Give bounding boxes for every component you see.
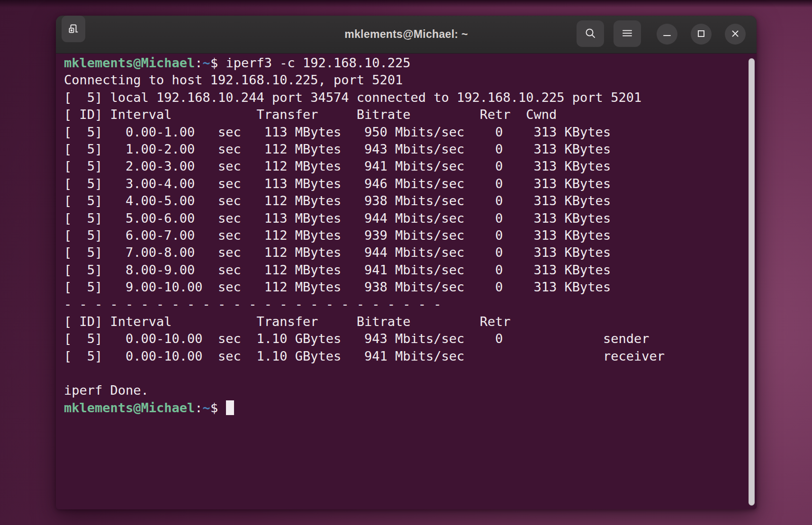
close-icon [730,28,741,41]
minimize-icon [661,28,673,41]
terminal-line: [ 5] 1.00-2.00 sec 112 MBytes 943 Mbits/… [64,141,747,158]
terminal-line: [ 5] 0.00-10.00 sec 1.10 GBytes 941 Mbit… [64,348,747,365]
terminal-line: mklements@Michael:~$ [64,399,747,416]
menu-button[interactable] [614,20,641,47]
terminal-line: [ 5] 8.00-9.00 sec 112 MBytes 941 Mbits/… [64,262,747,279]
terminal-line: iperf Done. [64,382,747,399]
terminal-line: [ 5] 2.00-3.00 sec 112 MBytes 941 Mbits/… [64,158,747,175]
terminal-line: [ 5] 4.00-5.00 sec 112 MBytes 938 Mbits/… [64,192,747,209]
new-tab-icon [66,21,81,37]
terminal-line: [ 5] 9.00-10.00 sec 112 MBytes 938 Mbits… [64,279,747,296]
terminal-line: [ ID] Interval Transfer Bitrate Retr Cwn… [64,106,747,123]
terminal-line: [ 5] local 192.168.10.244 port 34574 con… [64,89,747,106]
terminal-line [64,365,747,382]
terminal-line: [ 5] 0.00-1.00 sec 113 MBytes 950 Mbits/… [64,124,747,141]
search-button[interactable] [577,20,604,47]
new-tab-button[interactable] [62,16,85,42]
terminal-window: mklements@Michael: ~ [56,16,757,509]
maximize-button[interactable] [691,24,712,45]
text-cursor [226,400,234,415]
terminal-line: [ ID] Interval Transfer Bitrate Retr [64,313,747,330]
terminal-line: - - - - - - - - - - - - - - - - - - - - … [64,296,747,313]
wallpaper-top-shade [0,0,812,8]
maximize-icon [695,28,707,41]
terminal-line: Connecting to host 192.168.10.225, port … [64,72,747,89]
close-button[interactable] [725,24,746,45]
terminal-line: [ 5] 6.00-7.00 sec 112 MBytes 939 Mbits/… [64,227,747,244]
terminal-line: [ 5] 5.00-6.00 sec 113 MBytes 944 Mbits/… [64,210,747,227]
titlebar[interactable]: mklements@Michael: ~ [56,16,757,54]
scrollbar-thumb[interactable] [749,58,755,506]
terminal-line: [ 5] 7.00-8.00 sec 112 MBytes 944 Mbits/… [64,244,747,261]
desktop-background: mklements@Michael: ~ [0,0,812,525]
hamburger-menu-icon [621,27,634,41]
minimize-button[interactable] [657,24,677,45]
terminal-line: mklements@Michael:~$ iperf3 -c 192.168.1… [64,54,747,72]
terminal-screen[interactable]: mklements@Michael:~$ iperf3 -c 192.168.1… [56,54,757,509]
terminal-line: [ 5] 0.00-10.00 sec 1.10 GBytes 943 Mbit… [64,330,747,347]
terminal-line: [ 5] 3.00-4.00 sec 113 MBytes 946 Mbits/… [64,175,747,192]
window-title: mklements@Michael: ~ [56,16,757,53]
search-icon [584,27,597,41]
